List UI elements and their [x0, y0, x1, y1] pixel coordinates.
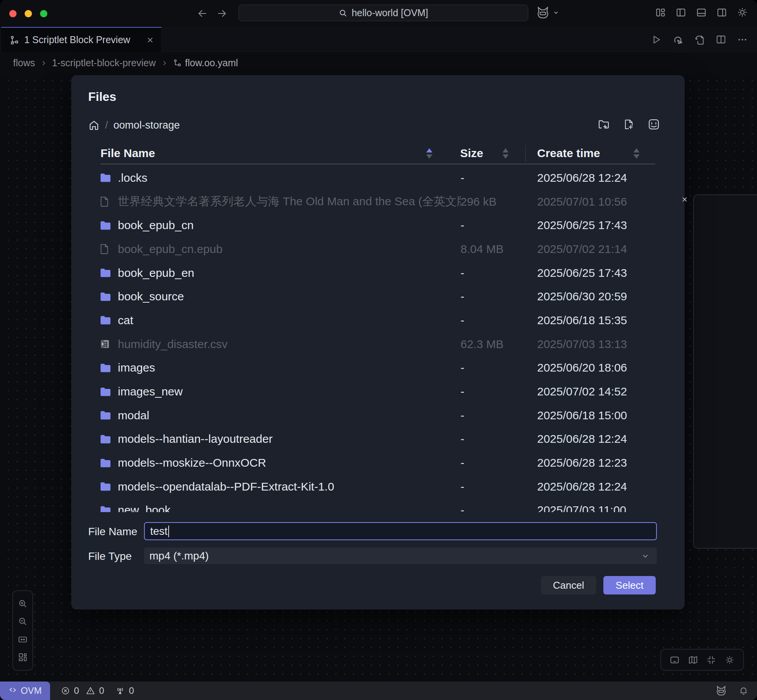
file-size: -: [461, 266, 537, 280]
editor-tab-bar: 1 Scriptlet Block Preview: [0, 27, 757, 52]
background-panel-edge: [693, 194, 757, 549]
fit-view-icon[interactable]: [18, 635, 28, 645]
open-preview-icon[interactable]: [694, 34, 705, 45]
toggle-panel-icon[interactable]: [696, 7, 707, 18]
file-name-input[interactable]: test: [144, 522, 657, 540]
sort-control-size[interactable]: [502, 148, 509, 159]
sort-asc-icon: [502, 148, 509, 152]
reveal-in-finder-icon[interactable]: [648, 118, 660, 131]
file-type-select[interactable]: mp4 (*.mp4): [144, 548, 657, 564]
column-header-file-name[interactable]: File Name: [100, 147, 155, 160]
column-divider: [525, 145, 526, 162]
maximize-window-button[interactable]: [40, 10, 47, 17]
breadcrumb: flows 1-scriptlet-block-preview flow.oo.…: [0, 52, 757, 74]
panel-close-icon[interactable]: [681, 196, 688, 203]
mascot-menu[interactable]: [536, 6, 559, 20]
file-row[interactable]: models--hantian--layoutreader-2025/06/28…: [71, 427, 685, 451]
file-created: 2025/07/01 10:56: [537, 195, 685, 208]
file-created: 2025/06/25 17:43: [537, 219, 685, 232]
tab-scriptlet-block-preview[interactable]: 1 Scriptlet Block Preview: [1, 27, 162, 52]
problems-indicator[interactable]: 0 0: [61, 685, 104, 696]
file-row[interactable]: models--moskize--OnnxOCR-2025/06/28 12:2…: [71, 451, 685, 475]
more-actions-icon[interactable]: [737, 34, 748, 45]
file-name: book_epub_cn.epub: [118, 243, 461, 256]
breadcrumb-flows[interactable]: flows: [13, 57, 35, 69]
chevron-down-icon: [553, 10, 559, 16]
folder-icon: [100, 387, 118, 397]
cancel-button[interactable]: Cancel: [541, 576, 596, 594]
sort-control-create-time[interactable]: [633, 148, 640, 159]
file-size: -: [461, 171, 537, 184]
rerun-flow-icon[interactable]: [672, 34, 683, 45]
auto-layout-icon[interactable]: [18, 652, 28, 662]
column-header-size[interactable]: Size: [460, 147, 483, 160]
file-row[interactable]: book_epub_en-2025/06/25 17:43: [71, 261, 685, 285]
file-name: cat: [118, 314, 461, 327]
text-caret: [168, 526, 169, 537]
canvas-settings-gear-icon[interactable]: [725, 655, 735, 665]
breadcrumb-folder[interactable]: 1-scriptlet-block-preview: [52, 57, 156, 69]
sort-control-file-name[interactable]: [426, 148, 432, 159]
settings-gear-icon[interactable]: [737, 7, 748, 18]
new-file-icon[interactable]: [623, 118, 635, 131]
minimap-icon[interactable]: [688, 655, 698, 665]
zoom-out-icon[interactable]: [18, 616, 28, 626]
file-created: 2025/06/28 12:24: [537, 480, 685, 493]
new-folder-icon[interactable]: [598, 118, 610, 131]
file-type-value: mp4 (*.mp4): [149, 550, 209, 562]
current-directory[interactable]: oomol-storage: [114, 119, 180, 131]
close-window-button[interactable]: [9, 10, 17, 17]
file-created: 2025/06/20 18:06: [537, 361, 685, 374]
file-size: -: [461, 219, 537, 232]
command-center-search[interactable]: hello-world [OVM]: [238, 5, 528, 21]
file-name: book_epub_cn: [118, 219, 461, 232]
canvas-zoom-toolbar: [12, 590, 33, 671]
file-row[interactable]: images-2025/06/20 18:06: [71, 356, 685, 380]
customize-layout-icon[interactable]: [655, 7, 666, 18]
file-row: 世界经典文学名著系列老人与海 The Old Man and the Sea (…: [71, 190, 685, 214]
collapse-view-icon[interactable]: [706, 655, 716, 665]
file-row[interactable]: book_source-2025/06/30 20:59: [71, 285, 685, 308]
file-row: humidity_disaster.csv62.3 MB2025/07/03 1…: [71, 332, 685, 356]
file-row[interactable]: images_new-2025/07/02 14:52: [71, 380, 685, 404]
tab-close-icon[interactable]: [146, 36, 154, 44]
split-editor-icon[interactable]: [716, 34, 726, 45]
forward-arrow-icon[interactable]: [216, 8, 227, 19]
select-button[interactable]: Select: [603, 576, 656, 594]
run-flow-icon[interactable]: [651, 35, 661, 45]
file-row[interactable]: modal-2025/06/18 15:00: [71, 404, 685, 427]
file-row[interactable]: new_book-2025/07/03 11:00: [71, 499, 685, 512]
breadcrumb-file[interactable]: flow.oo.yaml: [185, 57, 238, 69]
file-row[interactable]: book_epub_cn-2025/06/25 17:43: [71, 213, 685, 237]
flow-icon: [10, 35, 19, 45]
search-icon: [338, 8, 348, 18]
toggle-primary-sidebar-icon[interactable]: [676, 7, 686, 18]
folder-icon: [100, 458, 118, 468]
file-created: 2025/06/18 15:00: [537, 409, 685, 422]
minimize-window-button[interactable]: [25, 10, 32, 17]
dialog-title: Files: [88, 90, 116, 104]
file-row[interactable]: models--opendatalab--PDF-Extract-Kit-1.0…: [71, 475, 685, 499]
zoom-in-icon[interactable]: [18, 599, 28, 609]
fox-icon: [536, 6, 550, 20]
folder-icon: [100, 221, 118, 230]
console-panel-icon[interactable]: [670, 655, 680, 665]
remote-ovm-badge[interactable]: OVM: [0, 682, 50, 700]
folder-icon: [100, 315, 118, 325]
file-size: -: [461, 314, 537, 327]
ports-indicator[interactable]: 0: [115, 685, 134, 696]
file-name: .locks: [118, 171, 461, 184]
file-name-value: test: [150, 525, 167, 538]
file-size: -: [461, 504, 537, 512]
column-header-create-time[interactable]: Create time: [537, 147, 600, 160]
file-row[interactable]: cat-2025/06/18 15:35: [71, 308, 685, 332]
notifications-bell-icon[interactable]: [739, 686, 749, 696]
back-arrow-icon[interactable]: [197, 8, 208, 19]
fox-icon[interactable]: [715, 685, 727, 697]
folder-icon: [100, 434, 118, 444]
toggle-secondary-sidebar-icon[interactable]: [717, 7, 727, 18]
home-icon[interactable]: [88, 119, 100, 131]
file-row[interactable]: .locks-2025/06/28 12:24: [71, 166, 685, 190]
file-size: -: [461, 361, 537, 374]
file-name-label: File Name: [88, 526, 137, 538]
